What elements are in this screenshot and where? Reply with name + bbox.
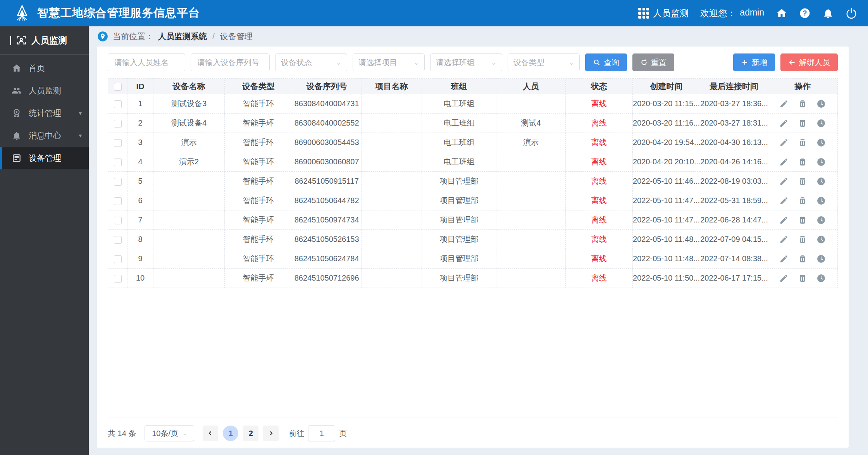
edit-icon[interactable]: [779, 274, 789, 283]
logout-power-icon[interactable]: [846, 7, 857, 19]
history-clock-icon[interactable]: [816, 119, 826, 128]
notification-bell-icon[interactable]: [822, 7, 834, 19]
history-clock-icon[interactable]: [816, 99, 826, 109]
device-type-select[interactable]: 设备类型 ⌄: [508, 53, 580, 71]
history-clock-icon[interactable]: [816, 196, 826, 205]
cell-project: [361, 230, 422, 249]
cell-project: [361, 210, 422, 230]
row-checkbox[interactable]: [114, 178, 122, 186]
delete-icon[interactable]: [798, 177, 807, 186]
sidebar-item-statistics[interactable]: 统计管理 ▾: [0, 102, 89, 124]
device-status-select[interactable]: 设备状态 ⌄: [275, 53, 347, 71]
page-button-2[interactable]: 2: [243, 426, 258, 441]
edit-icon[interactable]: [779, 119, 789, 128]
breadcrumb-root[interactable]: 人员监测系统: [158, 31, 207, 42]
cell-device-name: [153, 269, 224, 288]
history-clock-icon[interactable]: [816, 274, 826, 283]
cell-person: [496, 230, 565, 249]
delete-icon[interactable]: [798, 119, 807, 128]
sidebar-header: 人员监测: [0, 26, 89, 54]
home-icon[interactable]: [776, 7, 787, 19]
row-checkbox[interactable]: [114, 100, 122, 108]
cell-created-time: 2022-05-10 11:50...: [632, 269, 700, 288]
select-all-checkbox[interactable]: [114, 83, 122, 91]
next-page-button[interactable]: [263, 426, 279, 441]
row-checkbox[interactable]: [114, 275, 122, 283]
delete-icon[interactable]: [798, 254, 807, 264]
history-clock-icon[interactable]: [816, 215, 826, 225]
chevron-down-icon: ▾: [79, 110, 82, 117]
cell-last-connect-time: 2022-07-09 04:15...: [700, 230, 768, 249]
edit-icon[interactable]: [779, 254, 789, 264]
page-button-1[interactable]: 1: [223, 426, 238, 441]
page-size-select[interactable]: 10条/页 ⌄: [145, 425, 194, 441]
face-scan-icon: [16, 35, 27, 46]
prev-page-button[interactable]: [203, 426, 218, 441]
cell-team: 电工班组: [422, 152, 496, 172]
col-actions: 操作: [768, 79, 837, 94]
edit-icon[interactable]: [779, 196, 789, 205]
sidebar-header-label: 人员监测: [31, 34, 67, 47]
edit-icon[interactable]: [779, 157, 789, 167]
row-checkbox[interactable]: [114, 120, 122, 128]
edit-icon[interactable]: [779, 99, 789, 109]
history-clock-icon[interactable]: [816, 157, 826, 167]
cell-device-name: 演示: [153, 133, 224, 152]
edit-icon[interactable]: [779, 215, 789, 225]
row-checkbox[interactable]: [114, 217, 122, 224]
delete-icon[interactable]: [798, 138, 807, 147]
edit-icon[interactable]: [779, 177, 789, 186]
row-checkbox[interactable]: [114, 255, 122, 263]
history-clock-icon[interactable]: [816, 235, 826, 244]
cell-project: [361, 114, 422, 133]
app-switcher[interactable]: 人员监测: [638, 7, 689, 19]
cell-person: [496, 152, 565, 172]
status-badge: 离线: [565, 191, 632, 210]
history-clock-icon[interactable]: [816, 138, 826, 147]
cell-team: 电工班组: [422, 114, 496, 133]
table-row: 9 智能手环 862451050624784 项目管理部 离线 2022-05-…: [108, 249, 838, 269]
sidebar-item-device-management[interactable]: 设备管理: [0, 147, 89, 169]
row-checkbox[interactable]: [114, 197, 122, 205]
person-name-input[interactable]: [108, 53, 185, 71]
delete-icon[interactable]: [798, 215, 807, 225]
project-select[interactable]: 请选择项目 ⌄: [353, 53, 425, 71]
edit-icon[interactable]: [779, 138, 789, 147]
history-clock-icon[interactable]: [816, 254, 826, 264]
help-icon[interactable]: ?: [799, 7, 811, 19]
cell-device-type: 智能手环: [225, 249, 292, 269]
cell-id: 2: [127, 114, 153, 133]
cell-serial: 862451050712696: [292, 269, 361, 288]
cell-id: 10: [127, 269, 153, 288]
add-device-button[interactable]: 新增: [733, 53, 775, 71]
cell-serial: 863084040002552: [292, 114, 361, 133]
edit-icon[interactable]: [779, 235, 789, 244]
delete-icon[interactable]: [798, 274, 807, 283]
delete-icon[interactable]: [798, 196, 807, 205]
row-checkbox[interactable]: [114, 139, 122, 147]
device-serial-input[interactable]: [191, 53, 270, 71]
row-checkbox[interactable]: [114, 159, 122, 166]
bell-icon: [12, 131, 22, 141]
col-device-type: 设备类型: [225, 79, 292, 94]
cell-team: 项目管理部: [422, 269, 496, 288]
cell-id: 5: [127, 172, 153, 191]
sidebar-item-personnel-monitor[interactable]: 人员监测: [0, 79, 89, 102]
cell-last-connect-time: 2020-03-27 18:31...: [700, 114, 768, 133]
cell-serial: 862451050915117: [292, 172, 361, 191]
row-checkbox[interactable]: [114, 236, 122, 244]
team-select[interactable]: 请选择班组 ⌄: [430, 53, 502, 71]
search-button[interactable]: 查询: [585, 53, 627, 71]
delete-icon[interactable]: [798, 235, 807, 244]
goto-page-input[interactable]: [308, 425, 335, 441]
table-row: 4 演示2 智能手环 869006030060807 电工班组 离线 2020-…: [108, 152, 838, 172]
reset-button[interactable]: 重置: [632, 53, 674, 71]
delete-icon[interactable]: [798, 157, 807, 167]
delete-icon[interactable]: [798, 99, 807, 109]
sidebar-item-home[interactable]: 首页: [0, 57, 89, 79]
page-title: 智慧工地综合管理服务信息平台: [37, 5, 200, 21]
sidebar-item-message-center[interactable]: 消息中心 ▾: [0, 124, 89, 147]
history-clock-icon[interactable]: [816, 177, 826, 186]
unbind-person-button[interactable]: 解绑人员: [780, 53, 838, 71]
cell-device-type: 智能手环: [225, 94, 292, 114]
